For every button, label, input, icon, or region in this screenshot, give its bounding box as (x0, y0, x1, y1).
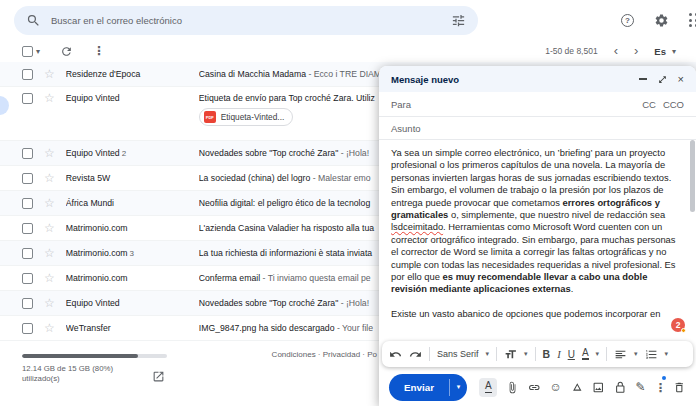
open-in-new-icon[interactable] (152, 370, 165, 383)
row-checkbox[interactable] (22, 198, 33, 209)
email-sender: Matrimonio.com3 (66, 248, 199, 258)
discard-draft-icon[interactable] (673, 381, 686, 394)
email-sender: Matrimonio.com (66, 273, 199, 283)
star-icon[interactable]: ☆ (44, 198, 55, 209)
send-options-icon[interactable]: ▾ (450, 374, 467, 401)
email-sender: WeTransfer (66, 323, 199, 333)
search-bar[interactable]: Buscar en el correo electrónico (14, 6, 478, 35)
more-options-icon[interactable]: ⋮ (93, 44, 105, 58)
row-checkbox[interactable] (22, 223, 33, 234)
star-icon[interactable]: ☆ (44, 148, 55, 159)
color-caret-icon[interactable]: ▾ (596, 350, 600, 358)
row-checkbox[interactable] (22, 173, 33, 184)
signature-pen-icon[interactable]: ✎ (635, 381, 645, 393)
compose-header[interactable]: Mensaje nuevo × (379, 66, 696, 92)
confidential-mode-icon[interactable] (614, 381, 627, 394)
pagination-label: 1-50 de 8,501 (545, 46, 597, 56)
storage-used-label2: utilizado(s) (22, 374, 132, 384)
star-icon[interactable]: ☆ (44, 173, 55, 184)
more-send-options-icon[interactable]: ⋮ (654, 378, 664, 396)
newer-page-icon[interactable]: ‹ (614, 46, 618, 56)
row-checkbox[interactable] (22, 323, 33, 334)
insert-emoji-icon[interactable]: ☺ (550, 381, 562, 393)
list-toolbar: ▾ ⋮ 1-50 de 8,501 ‹ › Es▾ (0, 40, 696, 62)
star-icon[interactable]: ☆ (44, 273, 55, 284)
toolbar-more-caret-icon[interactable]: ▾ (665, 350, 669, 358)
email-sender: Equipo Vinted (66, 298, 199, 308)
row-checkbox[interactable] (22, 298, 33, 309)
google-apps-icon[interactable] (689, 13, 696, 27)
insert-drive-icon[interactable] (571, 381, 584, 394)
select-all-checkbox[interactable] (22, 46, 33, 57)
formatting-toolbar: Sans Serif ▾ ▾ B I U A ▾ ▾ ▾ (382, 341, 693, 367)
send-button[interactable]: Enviar ▾ (389, 374, 467, 401)
redo-icon[interactable] (409, 348, 422, 361)
insert-photo-icon[interactable] (592, 381, 605, 394)
align-caret-icon[interactable]: ▾ (634, 350, 638, 358)
row-checkbox[interactable] (22, 273, 33, 284)
compose-body-editor[interactable]: Ya sea un simple correo electrónico, un … (379, 140, 696, 320)
email-sender: Revista 5W (66, 173, 199, 183)
compose-actions: Enviar ▾ A ☺ ✎ ⋮ (379, 368, 696, 406)
font-caret-icon[interactable]: ▾ (486, 350, 490, 358)
attach-file-icon[interactable] (506, 381, 519, 394)
to-label: Para (391, 99, 411, 110)
input-language-selector[interactable]: Es▾ (654, 46, 676, 57)
settings-gear-icon[interactable] (654, 13, 669, 28)
star-icon[interactable]: ☆ (44, 248, 55, 259)
minimize-icon[interactable] (639, 78, 647, 80)
recipients-field[interactable]: Para CC CCO (379, 92, 696, 117)
align-icon[interactable] (614, 348, 627, 361)
legal-links[interactable]: Condiciones · Privacidad · Po (272, 350, 377, 359)
star-icon[interactable]: ☆ (44, 298, 55, 309)
star-icon[interactable]: ☆ (44, 323, 55, 334)
text-color-button[interactable]: A (582, 348, 589, 360)
compose-scrollbar[interactable] (690, 140, 695, 212)
row-checkbox[interactable] (22, 148, 33, 159)
row-checkbox[interactable] (22, 248, 33, 259)
row-checkbox[interactable] (22, 69, 33, 80)
subject-field[interactable]: Asunto (379, 117, 696, 140)
search-options-icon[interactable] (451, 13, 466, 28)
close-icon[interactable]: × (678, 74, 684, 84)
underline-button[interactable]: U (568, 349, 575, 360)
topbar-actions: ? (621, 13, 696, 28)
insert-link-icon[interactable] (528, 381, 541, 394)
misspelled-word: lsdceimitado (391, 221, 443, 232)
storage-meter (22, 354, 167, 358)
search-input[interactable]: Buscar en el correo electrónico (51, 15, 441, 26)
storage-indicator: 12.14 GB de 15 GB (80%) utilizado(s) (22, 354, 167, 384)
subject-placeholder: Asunto (391, 123, 421, 134)
storage-used-label: 12.14 GB de 15 GB (80%) (22, 364, 132, 374)
bcc-button[interactable]: CCO (663, 99, 684, 110)
email-sender: África Mundi (66, 198, 199, 208)
search-icon (26, 13, 41, 28)
star-icon[interactable]: ☆ (44, 93, 55, 104)
email-sender: Equipo Vinted (66, 93, 199, 103)
compose-window: Mensaje nuevo × Para CC CCO Asunto Ya se… (379, 66, 696, 406)
older-page-icon[interactable]: › (634, 46, 638, 56)
star-icon[interactable]: ☆ (44, 223, 55, 234)
compose-title: Mensaje nuevo (391, 74, 459, 85)
undo-icon[interactable] (389, 348, 402, 361)
numbered-list-icon[interactable] (645, 348, 658, 361)
cc-button[interactable]: CC (642, 99, 656, 110)
italic-button[interactable]: I (557, 349, 561, 360)
attachment-chip[interactable]: PDFEtiqueta-Vinted... (199, 108, 294, 126)
font-family-selector[interactable]: Sans Serif (437, 349, 479, 359)
formatting-options-toggle[interactable]: A (479, 378, 497, 397)
gmail-app: Buscar en el correo electrónico ? ▾ ⋮ 1-… (0, 0, 696, 406)
email-sender: Residenze d'Epoca (66, 69, 199, 79)
open-in-full-icon[interactable] (658, 75, 667, 84)
refresh-icon[interactable] (60, 45, 73, 58)
pdf-icon: PDF (204, 111, 216, 123)
size-caret-icon[interactable]: ▾ (524, 350, 528, 358)
help-icon[interactable]: ? (621, 14, 634, 27)
email-sender: Equipo Vinted2 (66, 148, 199, 158)
star-icon[interactable]: ☆ (44, 69, 55, 80)
select-dropdown-icon[interactable]: ▾ (36, 47, 40, 56)
spellcheck-extension-badge[interactable]: 2 (671, 318, 685, 332)
font-size-icon[interactable] (504, 348, 517, 361)
bold-button[interactable]: B (543, 348, 551, 360)
row-checkbox[interactable] (22, 93, 33, 104)
